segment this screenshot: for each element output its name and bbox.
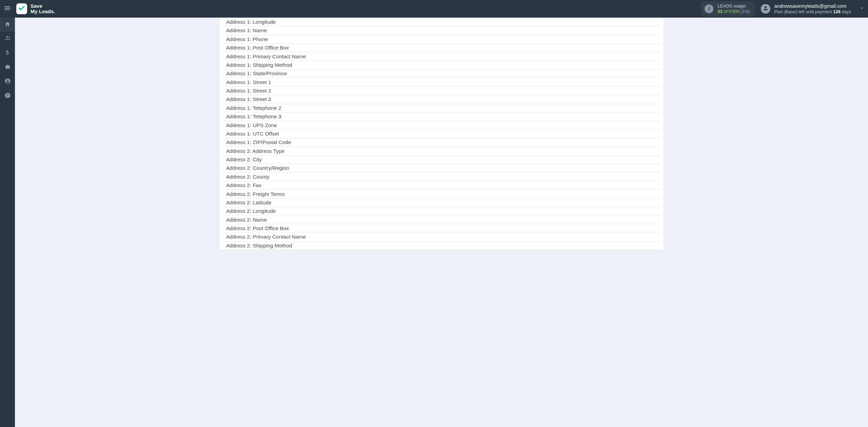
account-text-wrap: andrewsavemyleads@gmail.com Plan |Basic|…: [774, 3, 851, 14]
brand-logo[interactable]: Save My Leads.: [16, 3, 55, 15]
brand-line2: My Leads.: [31, 9, 55, 15]
menu-toggle-button[interactable]: [0, 0, 15, 18]
field-row[interactable]: Address 1: Phone: [223, 35, 660, 44]
account-plan: Plan |Basic| left until payment 128 days: [774, 9, 851, 14]
field-row[interactable]: Address 1: Telephone 2: [223, 104, 660, 113]
plan-suffix: | left until payment: [796, 9, 832, 14]
sidebar-item-briefcase[interactable]: [0, 60, 15, 75]
account-menu[interactable]: andrewsavemyleads@gmail.com Plan |Basic|…: [761, 3, 851, 14]
field-row[interactable]: Address 1: Street 3: [223, 95, 660, 104]
usage-used: 52: [717, 9, 722, 14]
sidebar-item-connections[interactable]: [0, 32, 15, 46]
main-content: Address 1: LongitudeAddress 1: NameAddre…: [15, 18, 868, 427]
sidebar-item-billing[interactable]: [0, 46, 15, 60]
help-icon: [4, 92, 11, 100]
leads-usage-pill[interactable]: i LEADS usage: 52 of 5'000 (1%): [701, 1, 754, 17]
field-row[interactable]: Address 2: Freight Terms: [223, 190, 660, 198]
field-row[interactable]: Address 1: Name: [223, 26, 660, 35]
field-row[interactable]: Address 1: State/Province: [223, 69, 660, 78]
briefcase-icon: [4, 64, 11, 72]
plan-days-num: 128: [833, 9, 841, 14]
sitemap-icon: [4, 35, 11, 43]
field-row[interactable]: Address 1: Street 1: [223, 78, 660, 86]
usage-of: of: [724, 9, 728, 14]
field-row[interactable]: Address 2: Latitude: [223, 199, 660, 207]
usage-label: LEADS usage:: [717, 3, 750, 9]
usage-percent: (1%): [741, 9, 750, 14]
field-row[interactable]: Address 1: Primary Contact Name: [223, 52, 660, 61]
field-row[interactable]: Address 2: Post Office Box: [223, 224, 660, 233]
field-row[interactable]: Address 1: UPS Zone: [223, 121, 660, 129]
brand-name: Save My Leads.: [31, 3, 55, 15]
field-row[interactable]: Address 1: Telephone 3: [223, 113, 660, 121]
field-row[interactable]: Address 1: Longitude: [223, 18, 660, 26]
field-row[interactable]: Address 1: UTC Offset: [223, 130, 660, 138]
field-row[interactable]: Address 2: Primary Contact Name: [223, 233, 660, 241]
logo-mark: [16, 3, 27, 14]
left-sidebar: [0, 18, 15, 427]
brand-line1: Save: [31, 3, 55, 9]
field-panel: Address 1: LongitudeAddress 1: NameAddre…: [219, 18, 664, 250]
plan-name: Basic: [786, 9, 796, 14]
user-icon: [763, 5, 769, 13]
field-row[interactable]: Address 1: Shipping Method: [223, 61, 660, 69]
home-icon: [4, 21, 11, 29]
sidebar-item-help[interactable]: [0, 89, 15, 103]
account-email: andrewsavemyleads@gmail.com: [774, 3, 851, 9]
plan-prefix: Plan |: [774, 9, 786, 14]
avatar: [761, 4, 770, 14]
field-row[interactable]: Address 2: Longitude: [223, 207, 660, 216]
usage-total: 5'000: [729, 9, 739, 14]
field-row[interactable]: Address 2: County: [223, 173, 660, 181]
user-circle-icon: [4, 78, 11, 86]
field-row[interactable]: Address 2: City: [223, 156, 660, 164]
sidebar-item-home[interactable]: [0, 18, 15, 32]
sidebar-item-account[interactable]: [0, 75, 15, 89]
field-row[interactable]: Address 2: Address Type: [223, 147, 660, 155]
hamburger-icon: [4, 4, 11, 13]
plan-days-word: days: [842, 9, 851, 14]
usage-text: LEADS usage: 52 of 5'000 (1%): [717, 3, 750, 15]
field-row[interactable]: Address 2: Name: [223, 216, 660, 224]
account-dropdown-toggle[interactable]: [856, 5, 868, 12]
chevron-down-icon: [859, 5, 865, 12]
usage-values: 52 of 5'000 (1%): [717, 9, 750, 14]
field-row[interactable]: Address 2: Shipping Method: [223, 242, 660, 250]
top-header: Save My Leads. i LEADS usage: 52 of 5'00…: [0, 0, 868, 18]
field-row[interactable]: Address 1: Street 2: [223, 87, 660, 95]
field-list: Address 1: LongitudeAddress 1: NameAddre…: [219, 18, 664, 250]
dollar-icon: [4, 49, 11, 57]
info-icon: i: [705, 4, 713, 13]
field-row[interactable]: Address 1: Post Office Box: [223, 44, 660, 52]
field-row[interactable]: Address 2: Country/Region: [223, 164, 660, 172]
field-row[interactable]: Address 1: ZIP/Postal Code: [223, 138, 660, 147]
checkmark-icon: [18, 4, 25, 13]
field-row[interactable]: Address 2: Fax: [223, 181, 660, 190]
